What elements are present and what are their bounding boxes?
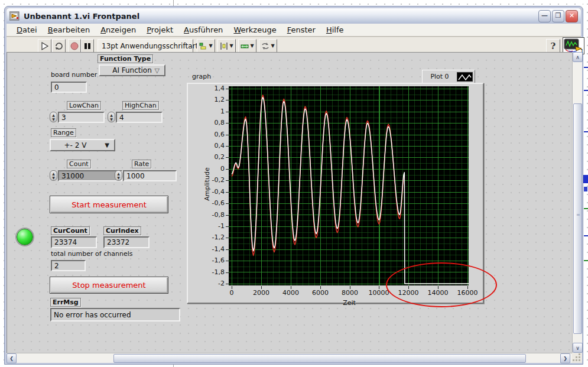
scroll-right-button[interactable]: ❯	[560, 353, 570, 363]
reorder-button[interactable]: ▼	[259, 39, 277, 53]
vertical-scrollbar-thumb[interactable]: ≡	[573, 103, 582, 334]
start-measurement-button[interactable]: Start measurement	[50, 196, 168, 213]
y-tick-label: 0,6	[201, 131, 225, 138]
menu-item-werkzeuge[interactable]: Werkzeuge	[228, 24, 281, 35]
rate-spinner[interactable]: ▲▼	[115, 170, 122, 181]
scroll-down-button[interactable]: ∨	[573, 343, 583, 353]
lowchan-field[interactable]: 3	[58, 112, 105, 123]
menu-item-ausführen[interactable]: Ausführen	[178, 24, 228, 35]
x-tick-label: 16000	[454, 289, 480, 297]
stop-measurement-button[interactable]: Stop measurement	[50, 277, 168, 294]
resize-objects-button[interactable]: ▼	[238, 39, 256, 53]
menu-item-projekt[interactable]: Projekt	[141, 24, 178, 35]
close-button[interactable]: ✕	[566, 10, 578, 22]
vertical-scrollbar[interactable]: ∧ ≡ ∨	[572, 52, 582, 363]
y-tick	[226, 249, 229, 250]
y-tick	[226, 146, 229, 147]
y-tick-label: -2	[201, 280, 225, 287]
titlebar[interactable]: Unbenannt 1.vi Frontpanel — ❒ ✕	[7, 8, 581, 24]
y-tick	[226, 226, 229, 227]
menubar: DateiBearbeitenAnzeigenProjektAusführenW…	[7, 24, 581, 37]
background-window-edge	[173, 365, 174, 367]
y-tick	[226, 100, 229, 100]
count-spinner[interactable]: ▲▼	[50, 170, 57, 181]
y-tick-label: 0,2	[201, 153, 225, 161]
curcount-field: 23374	[51, 236, 97, 248]
y-tick	[226, 284, 229, 284]
screen: { "window": { "title": "Unbenannt 1.vi F…	[0, 0, 588, 367]
dropdown-arrow-icon: ▼	[105, 142, 109, 148]
highchan-label: HighChan	[122, 101, 159, 110]
plot-area[interactable]	[229, 86, 469, 285]
curcount-label: CurCount	[51, 226, 90, 235]
y-tick	[226, 112, 229, 112]
range-label: Range	[51, 128, 76, 137]
x-tick-label: 4000	[278, 289, 304, 297]
context-help-button[interactable]: ?	[546, 39, 560, 53]
plot-legend[interactable]: Plot 0	[422, 70, 475, 83]
background-artifact	[583, 175, 588, 183]
y-tick	[226, 135, 229, 135]
y-tick	[226, 180, 229, 181]
menu-item-hilfe[interactable]: Hilfe	[321, 24, 349, 35]
y-tick	[226, 203, 229, 204]
lowchan-label: LowChan	[67, 101, 101, 110]
board-number-field[interactable]: 0	[51, 82, 87, 93]
scroll-left-button[interactable]: ❮	[7, 353, 17, 363]
y-tick	[226, 215, 229, 216]
y-tick	[226, 89, 229, 89]
x-tick-label: 8000	[337, 289, 363, 297]
horizontal-scrollbar-thumb[interactable]	[113, 354, 526, 363]
frontpanel-canvas: Function Type AI Function ▽ board number…	[7, 52, 572, 353]
x-tick-label: 6000	[307, 289, 333, 297]
menu-item-anzeigen[interactable]: Anzeigen	[95, 24, 141, 35]
desktop-background-bottom	[0, 365, 588, 367]
resize-objects-icon	[241, 42, 249, 50]
y-tick	[226, 192, 229, 193]
range-dropdown[interactable]: +- 2 V ▼	[50, 139, 115, 151]
maximize-button[interactable]: ❒	[552, 10, 564, 22]
abort-button[interactable]	[68, 39, 81, 53]
pause-button[interactable]	[81, 39, 94, 53]
legend-line-swatch-icon	[457, 72, 473, 82]
align-objects-button[interactable]: ▼	[197, 39, 215, 53]
highchan-field[interactable]: 4	[116, 112, 163, 123]
waveform-graph[interactable]: 02000400060008000100001200014000160001,4…	[187, 83, 484, 304]
background-artifact	[584, 187, 587, 191]
lowchan-spinner[interactable]: ▲▼	[50, 112, 57, 122]
menu-item-bearbeiten[interactable]: Bearbeiten	[43, 24, 95, 35]
desktop-background-right	[583, 0, 588, 367]
highchan-spinner[interactable]: ▲▼	[108, 112, 115, 122]
desktop-background-top	[0, 0, 588, 6]
font-selector[interactable]: 13pt Anwendungsschriftart ▼	[98, 39, 193, 53]
horizontal-scrollbar[interactable]: ❮ ❯	[7, 353, 572, 363]
legend-entry: Plot 0	[423, 73, 457, 80]
x-tick-label: 14000	[425, 289, 451, 297]
run-continuous-button[interactable]	[52, 39, 66, 53]
background-window-edge	[173, 0, 174, 6]
count-field[interactable]: 31000	[58, 170, 122, 181]
x-tick-label: 12000	[395, 289, 421, 297]
background-artifact	[584, 208, 588, 209]
resize-grip[interactable]	[572, 353, 582, 363]
function-type-dropdown[interactable]: AI Function ▽	[99, 64, 165, 76]
run-button[interactable]	[38, 39, 51, 53]
x-tick-label: 0	[219, 289, 245, 297]
reorder-swirl-icon	[261, 42, 269, 50]
background-artifact	[584, 235, 588, 236]
function-type-label: Function Type	[98, 54, 153, 63]
run-arrow-icon	[40, 41, 50, 51]
distribute-objects-icon	[220, 42, 228, 50]
rate-field[interactable]: 1000	[123, 170, 177, 181]
distribute-objects-button[interactable]: ▼	[217, 39, 236, 53]
menu-item-fenster[interactable]: Fenster	[282, 24, 321, 35]
y-tick	[226, 238, 229, 238]
curindex-field: 23372	[103, 236, 150, 248]
minimize-button[interactable]: —	[538, 10, 551, 22]
y-tick	[226, 123, 229, 124]
y-tick-label: -1,2	[201, 233, 225, 241]
scroll-up-button[interactable]: ∧	[573, 52, 583, 62]
y-tick	[226, 261, 229, 261]
background-artifact	[584, 67, 588, 68]
menu-item-datei[interactable]: Datei	[11, 24, 43, 35]
